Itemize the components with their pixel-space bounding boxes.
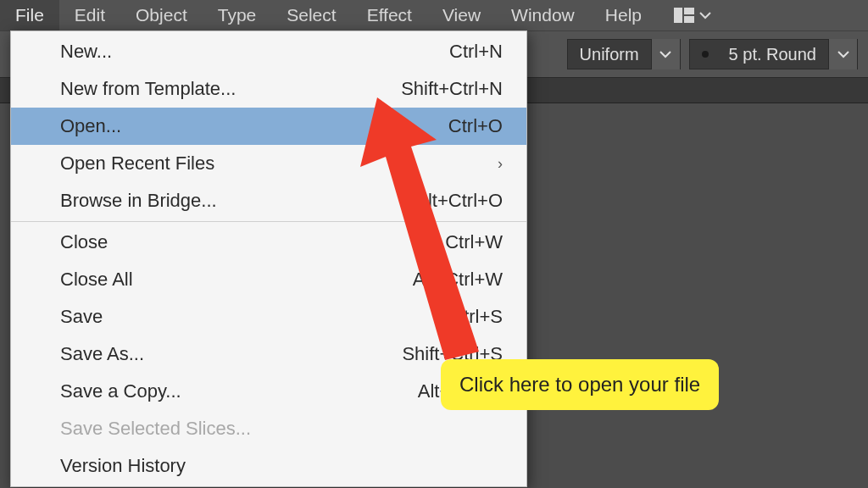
- brush-preview-icon: [702, 51, 709, 58]
- menubar-item-edit[interactable]: Edit: [59, 0, 120, 30]
- menu-item-label: Close: [60, 231, 108, 253]
- menubar-item-type[interactable]: Type: [203, 0, 272, 30]
- menu-item-open[interactable]: Open...Ctrl+O: [11, 108, 526, 145]
- stroke-profile-dropdown[interactable]: Uniform: [567, 39, 681, 69]
- submenu-arrow-icon: ›: [498, 155, 503, 173]
- menubar-item-select[interactable]: Select: [271, 0, 351, 30]
- menu-separator: [11, 221, 526, 222]
- menubar-item-view[interactable]: View: [427, 0, 496, 30]
- file-menu: New...Ctrl+NNew from Template...Shift+Ct…: [10, 30, 527, 487]
- menubar-item-effect[interactable]: Effect: [352, 0, 427, 30]
- menu-item-close[interactable]: CloseCtrl+W: [11, 224, 526, 261]
- menu-item-label: Save Selected Slices...: [60, 418, 251, 440]
- menu-item-shortcut: Ctrl+W: [445, 231, 503, 253]
- menu-item-label: Open Recent Files: [60, 152, 214, 175]
- menu-item-save-selected-slices: Save Selected Slices...: [11, 410, 526, 447]
- annotation-callout: Click here to open your file: [441, 359, 719, 410]
- brush-dropdown[interactable]: 5 pt. Round: [689, 39, 858, 69]
- menubar-item-window[interactable]: Window: [496, 0, 590, 30]
- menu-item-shortcut: Ctrl+S: [450, 306, 503, 328]
- menubar-item-help[interactable]: Help: [590, 0, 657, 30]
- menubar: File Edit Object Type Select Effect View…: [0, 0, 868, 30]
- menu-item-browse-in-bridge[interactable]: Browse in Bridge...Alt+Ctrl+O: [11, 182, 526, 219]
- chevron-down-icon: [699, 11, 711, 19]
- chevron-down-icon: [828, 39, 857, 69]
- menu-item-label: Save: [60, 306, 103, 328]
- workspace-icon: [674, 8, 694, 23]
- menu-item-label: New from Template...: [60, 78, 236, 100]
- menu-item-new-from-template[interactable]: New from Template...Shift+Ctrl+N: [11, 70, 526, 108]
- chevron-down-icon: [651, 39, 680, 69]
- menu-item-open-recent-files[interactable]: Open Recent Files›: [11, 145, 526, 182]
- menu-item-close-all[interactable]: Close AllAlt+Ctrl+W: [11, 261, 526, 298]
- menu-item-save[interactable]: SaveCtrl+S: [11, 298, 526, 336]
- menu-item-shortcut: Alt+Ctrl+O: [415, 190, 503, 212]
- stroke-profile-label: Uniform: [568, 45, 651, 64]
- menu-item-label: Browse in Bridge...: [60, 190, 217, 212]
- menu-item-shortcut: Ctrl+N: [449, 41, 503, 63]
- menubar-item-object[interactable]: Object: [120, 0, 203, 30]
- menubar-item-file[interactable]: File: [0, 0, 59, 30]
- workspace-switcher[interactable]: [674, 8, 711, 23]
- menu-item-shortcut: Alt+Ctrl+W: [413, 269, 503, 291]
- menu-item-shortcut: Shift+Ctrl+N: [401, 78, 503, 100]
- menu-item-label: Save a Copy...: [60, 380, 181, 402]
- menu-item-label: New...: [60, 41, 112, 63]
- menu-item-new[interactable]: New...Ctrl+N: [11, 33, 526, 70]
- menu-item-label: Open...: [60, 115, 121, 137]
- menu-item-version-history[interactable]: Version History: [11, 447, 526, 485]
- brush-label: 5 pt. Round: [717, 45, 828, 64]
- menu-item-label: Version History: [60, 455, 186, 477]
- menu-item-label: Save As...: [60, 343, 144, 365]
- menu-item-shortcut: Ctrl+O: [448, 115, 503, 137]
- menu-item-label: Close All: [60, 269, 133, 291]
